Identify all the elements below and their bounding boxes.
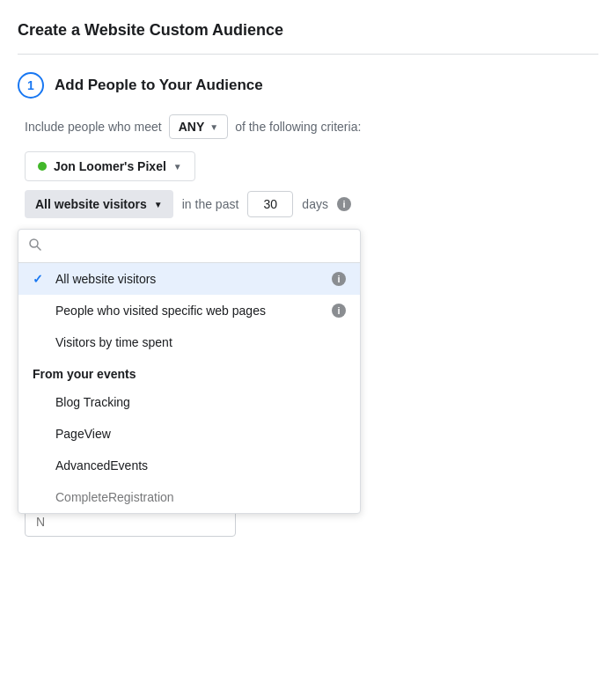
menu-item-label-complete-registration: CompleteRegistration	[55, 490, 174, 504]
menu-item-complete-registration[interactable]: CompleteRegistration	[18, 481, 360, 513]
criteria-suffix: of the following criteria:	[235, 120, 361, 134]
selected-checkmark: ✓	[33, 272, 47, 286]
menu-item-label-pageview: PageView	[55, 427, 111, 441]
menu-item-time-spent[interactable]: Visitors by time spent	[18, 326, 360, 358]
menu-item-pageview[interactable]: PageView	[18, 418, 360, 450]
menu-item-label-all-visitors: All website visitors	[55, 272, 156, 286]
specific-pages-info-icon[interactable]: i	[332, 304, 346, 318]
menu-item-advanced-events[interactable]: AdvancedEvents	[18, 450, 360, 481]
menu-item-all-website-visitors[interactable]: ✓ All website visitors i	[18, 263, 360, 295]
criteria-row: Include people who meet ANY ▼ of the fol…	[18, 114, 598, 139]
pixel-dropdown-button[interactable]: Jon Loomer's Pixel ▼	[25, 151, 195, 181]
visitor-type-dropdown-menu: ✓ All website visitors i People who visi…	[18, 229, 361, 514]
svg-point-0	[30, 239, 38, 247]
section-1-title: Add People to Your Audience	[55, 77, 263, 94]
in-past-label: in the past	[182, 197, 239, 211]
criteria-prefix: Include people who meet	[25, 120, 162, 134]
dropdown-search-row	[18, 230, 360, 263]
page-container: Create a Website Custom Audience 1 Add P…	[0, 0, 616, 579]
menu-item-label-blog-tracking: Blog Tracking	[55, 395, 130, 409]
section-1: 1 Add People to Your Audience Include pe…	[18, 72, 598, 218]
visitor-row: All website visitors ▼ in the past days …	[25, 190, 598, 218]
visitor-type-label: All website visitors	[35, 197, 147, 211]
pixel-section: Jon Loomer's Pixel ▼	[18, 151, 598, 181]
days-info-icon[interactable]: i	[337, 197, 351, 211]
menu-item-blog-tracking[interactable]: Blog Tracking	[18, 386, 360, 418]
days-label: days	[302, 197, 328, 211]
days-input[interactable]	[247, 191, 293, 217]
dropdown-search-input[interactable]	[48, 239, 349, 253]
visitor-chevron-icon: ▼	[154, 200, 163, 209]
pixel-name: Jon Loomer's Pixel	[54, 159, 166, 173]
pixel-chevron-icon: ▼	[173, 162, 182, 172]
menu-item-label-advanced-events: AdvancedEvents	[55, 458, 148, 473]
any-label: ANY	[179, 120, 205, 134]
menu-item-label-time-spent: Visitors by time spent	[55, 335, 172, 349]
any-dropdown-button[interactable]: ANY ▼	[169, 114, 228, 139]
any-chevron-icon: ▼	[209, 122, 218, 132]
step-1-circle: 1	[18, 72, 44, 99]
svg-line-1	[38, 247, 41, 251]
search-icon	[29, 238, 41, 253]
section-1-header: 1 Add People to Your Audience	[18, 72, 598, 99]
audience-config: All website visitors ▼ in the past days …	[18, 190, 598, 218]
menu-item-specific-pages[interactable]: People who visited specific web pages i	[18, 295, 360, 326]
pixel-status-dot	[38, 162, 47, 171]
visitor-type-dropdown[interactable]: All website visitors ▼	[25, 190, 173, 218]
menu-item-label-specific-pages: People who visited specific web pages	[55, 304, 266, 318]
all-visitors-info-icon[interactable]: i	[332, 272, 346, 286]
page-title: Create a Website Custom Audience	[18, 21, 598, 55]
menu-group-events: From your events	[18, 358, 360, 386]
